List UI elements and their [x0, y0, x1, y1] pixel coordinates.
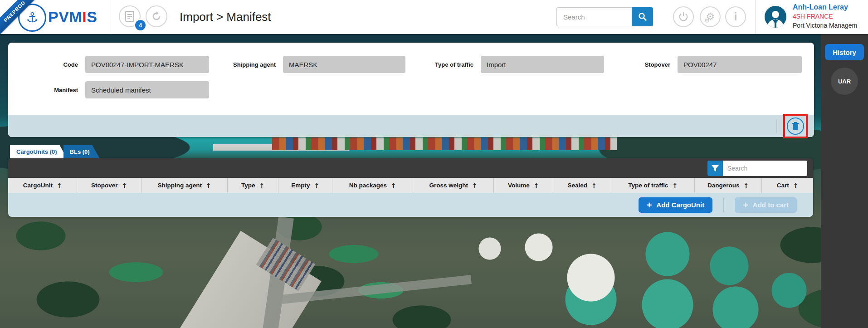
action-bar-divider: [776, 119, 777, 133]
brand-text-s: S: [87, 8, 97, 26]
sort-asc-icon: ↑: [591, 182, 596, 189]
brand-text-i: I: [82, 8, 87, 26]
type-of-traffic-input[interactable]: [481, 56, 604, 73]
plus-icon: +: [743, 201, 748, 210]
settings-button[interactable]: ⚙ ⚙: [700, 6, 721, 27]
table-search-input[interactable]: [723, 161, 807, 176]
power-icon: [678, 12, 688, 22]
notification-badge: 4: [134, 19, 146, 31]
column-label: Shipping agent: [158, 182, 202, 189]
user-info[interactable]: Anh-Loan Leray 4SH FRANCE Port Victoria …: [793, 3, 868, 30]
add-to-cart-button[interactable]: + Add to cart: [735, 197, 797, 213]
global-search-input[interactable]: [556, 7, 632, 26]
sort-asc-icon: ↑: [793, 182, 798, 189]
column-label: Volume: [508, 182, 530, 189]
type-of-traffic-label: Type of traffic: [411, 61, 481, 68]
tab-bls[interactable]: BLs (0): [63, 145, 100, 158]
add-to-cart-label: Add to cart: [753, 201, 789, 209]
column-header-type[interactable]: Type↑: [228, 178, 278, 193]
refresh-icon: [151, 11, 162, 22]
global-search: [556, 7, 653, 26]
shipping-agent-label: Shipping agent: [214, 61, 283, 68]
user-company: 4SH FRANCE: [793, 12, 868, 21]
column-label: Type: [241, 182, 255, 189]
sort-asc-icon: ↑: [122, 182, 127, 189]
plus-icon: +: [647, 201, 652, 210]
highlight-box: [783, 114, 808, 138]
column-header-cart[interactable]: Cart↑: [762, 178, 813, 193]
column-header-sealed[interactable]: Sealed↑: [553, 178, 611, 193]
history-button[interactable]: History: [825, 44, 864, 60]
column-header-dangerous[interactable]: Dangerous↑: [695, 178, 762, 193]
table-header-row: CargoUnit↑ Stopover↑ Shipping agent↑ Typ…: [8, 178, 813, 193]
manifest-field: Manifest: [16, 81, 209, 98]
sort-asc-icon: ↑: [744, 182, 749, 189]
brand-wordmark: PVMIS: [48, 0, 97, 34]
column-header-volume[interactable]: Volume↑: [494, 178, 553, 193]
cargounits-table-card: CargoUnit↑ Stopover↑ Shipping agent↑ Typ…: [8, 158, 813, 217]
column-label: Type of traffic: [628, 182, 668, 189]
code-label: Code: [16, 61, 85, 68]
column-label: Cart: [777, 182, 789, 189]
column-header-stopover[interactable]: Stopover↑: [77, 178, 141, 193]
user-icon: [766, 9, 785, 28]
trash-icon: [792, 122, 799, 130]
funnel-icon: [711, 164, 719, 172]
stopover-input[interactable]: [678, 56, 802, 73]
user-organization: Port Victoria Managem: [793, 21, 868, 30]
page-title: Import > Manifest: [180, 0, 271, 34]
column-header-cargounit[interactable]: CargoUnit↑: [8, 178, 77, 193]
manifests-count-button[interactable]: 4: [119, 5, 141, 27]
sort-asc-icon: ↑: [206, 182, 211, 189]
code-input[interactable]: [85, 56, 209, 73]
button-divider: [723, 198, 724, 212]
type-of-traffic-field: Type of traffic: [411, 56, 604, 73]
right-sidebar: History UAR: [821, 34, 868, 328]
column-header-shipping-agent[interactable]: Shipping agent↑: [141, 178, 228, 193]
stopover-field: Stopover: [608, 56, 802, 73]
delete-manifest-button[interactable]: [787, 117, 804, 135]
column-label: Stopover: [91, 182, 118, 189]
sort-asc-icon: ↑: [534, 182, 539, 189]
logout-button[interactable]: [673, 6, 694, 27]
user-name: Anh-Loan Leray: [793, 3, 868, 12]
search-icon: [638, 12, 647, 21]
manifest-input[interactable]: [85, 81, 209, 98]
shipping-agent-input[interactable]: [283, 56, 405, 73]
column-header-gross-weight[interactable]: Gross weight↑: [413, 178, 494, 193]
column-label: Sealed: [568, 182, 588, 189]
info-button[interactable]: i: [725, 6, 746, 27]
tab-cargounits[interactable]: CargoUnits (0): [10, 145, 67, 158]
column-label: Dangerous: [707, 182, 740, 189]
column-label: Empty: [291, 182, 310, 189]
uar-button[interactable]: UAR: [831, 68, 858, 95]
add-cargounit-button[interactable]: + Add CargoUnit: [639, 197, 713, 213]
document-icon: [125, 11, 134, 22]
table-body-empty: + Add CargoUnit + Add to cart: [8, 193, 813, 217]
column-header-nb-packages[interactable]: Nb packages↑: [332, 178, 413, 193]
shipping-agent-field: Shipping agent: [214, 56, 405, 73]
column-label: CargoUnit: [23, 182, 53, 189]
column-header-empty[interactable]: Empty↑: [278, 178, 332, 193]
table-toolbar: [8, 158, 813, 178]
column-label: Gross weight: [429, 182, 468, 189]
sort-asc-icon: ↑: [314, 182, 319, 189]
column-header-type-of-traffic[interactable]: Type of traffic↑: [611, 178, 695, 193]
filter-button[interactable]: [707, 161, 723, 176]
brand-text-pvm: PVM: [48, 8, 82, 26]
info-icon: i: [734, 10, 737, 23]
app-header: ⚓ PVMIS 4 Import > Manifest: [0, 0, 868, 34]
avatar[interactable]: [765, 6, 786, 28]
code-field: Code: [16, 56, 209, 73]
header-divider: [111, 0, 111, 34]
global-search-button[interactable]: [632, 7, 653, 26]
stopover-label: Stopover: [608, 61, 678, 68]
manifest-form-card: Code Shipping agent Type of traffic Stop…: [8, 43, 814, 137]
sort-asc-icon: ↑: [391, 182, 396, 189]
gear-small-icon: ⚙: [704, 17, 710, 24]
sort-asc-icon: ↑: [57, 182, 62, 189]
refresh-button[interactable]: [146, 5, 167, 27]
anchor-icon: ⚓: [26, 11, 39, 24]
header-divider: [755, 0, 756, 34]
add-cargounit-label: Add CargoUnit: [656, 201, 704, 209]
